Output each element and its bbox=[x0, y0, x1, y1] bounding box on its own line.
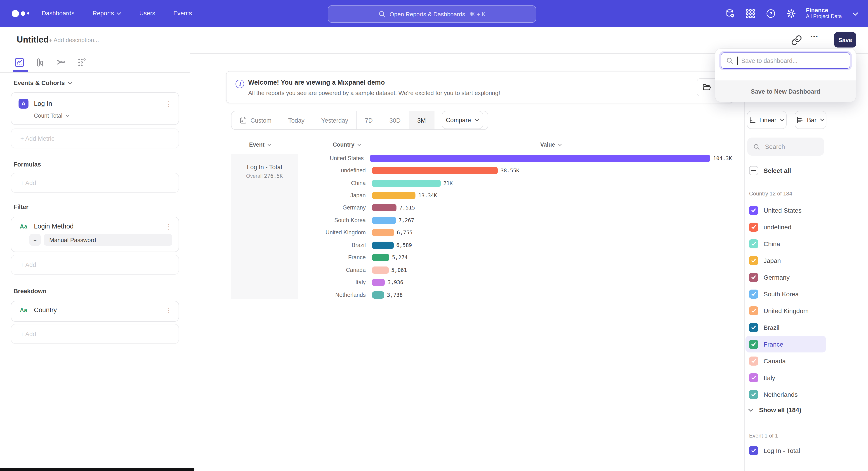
checkbox-checked[interactable] bbox=[749, 273, 758, 282]
project-switcher[interactable]: Finance All Project Data bbox=[806, 7, 842, 20]
checkbox-checked[interactable] bbox=[749, 446, 758, 455]
select-all-row[interactable]: Select all bbox=[749, 166, 791, 175]
checkbox-checked[interactable] bbox=[749, 373, 758, 382]
nav-item-dashboards[interactable]: Dashboards bbox=[41, 10, 74, 17]
chart-bar[interactable] bbox=[372, 291, 384, 298]
checkbox-checked[interactable] bbox=[749, 239, 758, 248]
metric-card-log-in[interactable]: A Log In ⋮ Count Total bbox=[11, 92, 179, 125]
filter-card-login-method[interactable]: Aa Login Method ⋮ = Manual Password bbox=[11, 217, 179, 252]
column-header-event[interactable]: Event bbox=[249, 142, 271, 148]
segment-search-box[interactable] bbox=[747, 138, 824, 156]
tab-retention[interactable] bbox=[76, 57, 88, 68]
linear-axis-icon bbox=[749, 117, 756, 123]
save-dashboard-search-field[interactable] bbox=[721, 53, 850, 69]
report-title[interactable]: Untitled bbox=[17, 35, 49, 45]
more-options-button[interactable]: ••• bbox=[811, 33, 818, 39]
checkbox-checked[interactable] bbox=[749, 256, 758, 265]
country-option-undefined[interactable]: undefined bbox=[745, 218, 826, 235]
value-scale-button[interactable]: Linear bbox=[747, 111, 786, 129]
chart-bar[interactable] bbox=[372, 204, 397, 211]
range-30d[interactable]: 30D bbox=[381, 111, 409, 129]
breakdown-card-country[interactable]: Aa Country ⋮ bbox=[11, 301, 179, 322]
mixpanel-logo[interactable] bbox=[12, 0, 29, 27]
compare-button[interactable]: Compare bbox=[442, 111, 483, 129]
add-description-button[interactable]: + Add description... bbox=[49, 37, 99, 43]
show-all-button[interactable]: Show all (184) bbox=[748, 406, 801, 414]
country-option-france[interactable]: France bbox=[745, 336, 826, 352]
country-option-japan[interactable]: Japan bbox=[745, 252, 826, 269]
mixpanel-report-builder: Dashboards Reports Users Events Open Rep… bbox=[0, 0, 868, 471]
checkbox-checked[interactable] bbox=[749, 306, 758, 315]
checkbox-checked[interactable] bbox=[749, 289, 758, 298]
country-option-netherlands[interactable]: Netherlands bbox=[745, 386, 826, 403]
save-button[interactable]: Save bbox=[834, 32, 856, 48]
settings-gear-icon[interactable] bbox=[786, 8, 796, 18]
chart-bar[interactable] bbox=[370, 154, 710, 162]
chart-bar[interactable] bbox=[372, 279, 385, 286]
tab-flows[interactable] bbox=[55, 57, 67, 68]
chart-bar[interactable] bbox=[372, 254, 389, 261]
chevron-down-icon[interactable] bbox=[852, 9, 858, 18]
range-today[interactable]: Today bbox=[280, 111, 313, 129]
range-3m[interactable]: 3M bbox=[409, 111, 434, 129]
events-cohorts-section-header[interactable]: Events & Cohorts bbox=[13, 80, 72, 86]
metric-event-name[interactable]: Log In bbox=[34, 100, 160, 107]
range-yesterday[interactable]: Yesterday bbox=[313, 111, 357, 129]
column-header-value[interactable]: Value bbox=[540, 142, 562, 148]
country-option-china[interactable]: China bbox=[745, 235, 826, 252]
kebab-menu-icon[interactable]: ⋮ bbox=[165, 223, 172, 230]
breakdown-property-name[interactable]: Country bbox=[34, 306, 160, 314]
chart-bar[interactable] bbox=[372, 242, 394, 249]
horizontal-scrollbar[interactable] bbox=[0, 468, 194, 471]
country-option-canada[interactable]: Canada bbox=[745, 352, 826, 369]
tab-funnels[interactable] bbox=[34, 57, 46, 68]
checkbox-checked[interactable] bbox=[749, 340, 758, 349]
nav-item-events[interactable]: Events bbox=[174, 10, 192, 17]
nav-item-reports[interactable]: Reports bbox=[93, 10, 121, 17]
chart-bar[interactable] bbox=[372, 266, 389, 273]
data-management-icon[interactable] bbox=[725, 8, 735, 18]
apps-grid-icon[interactable] bbox=[745, 8, 755, 18]
checkbox-checked[interactable] bbox=[749, 323, 758, 332]
filter-value[interactable]: Manual Password bbox=[44, 234, 172, 246]
checkbox-indeterminate[interactable] bbox=[749, 166, 758, 175]
range-7d[interactable]: 7D bbox=[357, 111, 381, 129]
country-option-italy[interactable]: Italy bbox=[745, 369, 826, 386]
chart-type-button[interactable]: Bar bbox=[795, 111, 827, 129]
filter-property-name[interactable]: Login Method bbox=[34, 223, 160, 230]
kebab-menu-icon[interactable]: ⋮ bbox=[165, 100, 172, 107]
nav-item-users[interactable]: Users bbox=[139, 10, 155, 17]
save-dashboard-input[interactable] bbox=[741, 57, 841, 64]
kebab-menu-icon[interactable]: ⋮ bbox=[165, 306, 172, 313]
checkbox-checked[interactable] bbox=[749, 390, 758, 399]
country-option-germany[interactable]: Germany bbox=[745, 269, 826, 286]
column-header-country[interactable]: Country bbox=[333, 142, 361, 148]
country-option-south-korea[interactable]: South Korea bbox=[745, 286, 826, 302]
chart-bar[interactable] bbox=[372, 192, 416, 199]
country-option-united-kingdom[interactable]: United Kingdom bbox=[745, 302, 826, 319]
add-filter-button[interactable]: + Add bbox=[11, 255, 179, 275]
global-search-button[interactable]: Open Reports & Dashboards ⌘ + K bbox=[328, 5, 536, 23]
tab-insights[interactable] bbox=[13, 57, 25, 68]
save-to-new-dashboard-button[interactable]: Save to New Dashboard bbox=[715, 81, 856, 102]
event-option-log-in-total[interactable]: Log In - Total bbox=[749, 446, 800, 455]
segment-search-input[interactable] bbox=[764, 143, 815, 151]
checkbox-checked[interactable] bbox=[749, 356, 758, 365]
help-icon[interactable]: ? bbox=[766, 8, 776, 18]
range-custom[interactable]: Custom bbox=[231, 111, 280, 129]
country-option-united-states[interactable]: United States bbox=[745, 202, 826, 218]
chart-bar[interactable] bbox=[372, 167, 498, 174]
add-breakdown-button[interactable]: + Add bbox=[11, 324, 179, 344]
filter-operator[interactable]: = bbox=[29, 234, 41, 246]
chart-bar[interactable] bbox=[372, 217, 396, 224]
aggregation-selector[interactable]: Count Total bbox=[34, 113, 179, 119]
copy-link-icon[interactable] bbox=[791, 35, 802, 46]
event-series-cell[interactable]: Log In - Total Overall 276.5K bbox=[231, 154, 298, 299]
add-metric-button[interactable]: + Add Metric bbox=[11, 128, 179, 148]
checkbox-checked[interactable] bbox=[749, 223, 758, 231]
chart-bar[interactable] bbox=[372, 229, 394, 236]
add-formula-button[interactable]: + Add bbox=[11, 173, 179, 193]
country-option-brazil[interactable]: Brazil bbox=[745, 319, 826, 336]
checkbox-checked[interactable] bbox=[749, 206, 758, 215]
chart-bar[interactable] bbox=[372, 179, 440, 187]
